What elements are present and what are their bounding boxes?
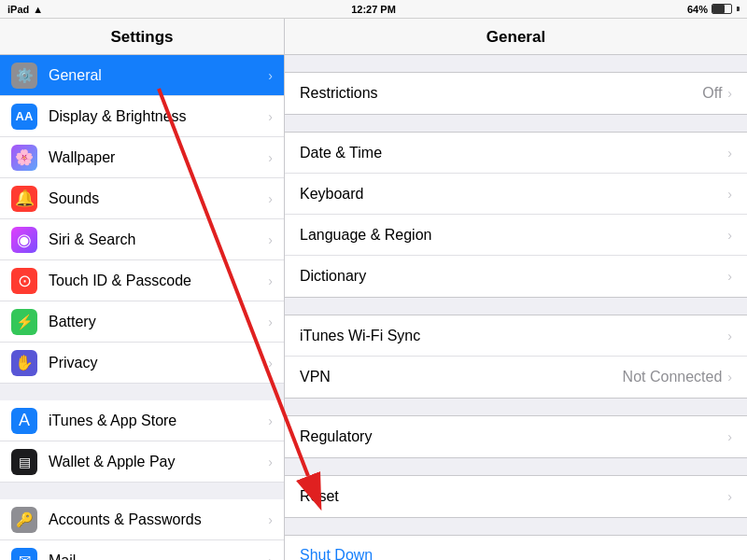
vpn-value: Not Connected	[623, 369, 723, 385]
mail-label: Mail	[49, 553, 268, 561]
row-datetime[interactable]: Date & Time ›	[285, 133, 747, 174]
content-section-restrictions: Restrictions Off ›	[285, 72, 747, 115]
carrier-label: iPad	[7, 4, 29, 15]
wallet-label: Wallet & Apple Pay	[49, 454, 268, 470]
privacy-label: Privacy	[49, 355, 268, 371]
sidebar-item-sounds[interactable]: 🔔 Sounds ›	[0, 178, 284, 219]
sounds-label: Sounds	[49, 190, 268, 207]
itunes-wifi-label: iTunes Wi-Fi Sync	[300, 328, 727, 344]
itunes-icon: A	[11, 408, 37, 434]
touchid-chevron: ›	[268, 273, 273, 288]
content-section-reset: Reset ›	[285, 475, 747, 518]
sidebar-item-privacy[interactable]: ✋ Privacy ›	[0, 343, 284, 384]
sounds-icon: 🔔	[11, 186, 37, 212]
sidebar-gap-2	[0, 483, 284, 499]
sidebar: Settings ⚙️ General › AA Display & Brigh…	[0, 19, 285, 560]
dictionary-chevron: ›	[727, 269, 732, 284]
touchid-icon: ⊙	[11, 268, 37, 294]
siri-label: Siri & Search	[49, 231, 268, 248]
battery-chevron: ›	[268, 315, 273, 329]
status-left: iPad ▲	[7, 4, 43, 15]
reset-chevron: ›	[727, 489, 732, 504]
content-section-datekey: Date & Time › Keyboard › Language & Regi…	[285, 132, 747, 298]
general-chevron: ›	[268, 68, 273, 83]
siri-icon: ◉	[11, 227, 37, 253]
sidebar-item-wallpaper[interactable]: 🌸 Wallpaper ›	[0, 137, 284, 178]
sidebar-item-touchid[interactable]: ⊙ Touch ID & Passcode ›	[0, 260, 284, 301]
shutdown-row[interactable]: Shut Down	[285, 535, 747, 560]
sidebar-section-2: A iTunes & App Store › ▤ Wallet & Apple …	[0, 400, 284, 483]
mail-chevron: ›	[268, 553, 273, 561]
sidebar-item-mail[interactable]: ✉ Mail ›	[0, 540, 284, 560]
itunes-label: iTunes & App Store	[49, 413, 268, 429]
sidebar-header: Settings	[0, 19, 284, 55]
keyboard-label: Keyboard	[300, 186, 727, 203]
wifi-icon: ▲	[33, 4, 43, 15]
row-vpn[interactable]: VPN Not Connected ›	[285, 357, 747, 398]
row-restrictions[interactable]: Restrictions Off ›	[285, 73, 747, 114]
regulatory-chevron: ›	[727, 429, 732, 444]
siri-chevron: ›	[268, 232, 273, 247]
shutdown-label: Shut Down	[300, 547, 373, 560]
mail-icon: ✉	[11, 548, 37, 561]
display-label: Display & Brightness	[49, 108, 268, 125]
status-time: 12:27 PM	[351, 4, 396, 15]
vpn-label: VPN	[300, 369, 623, 385]
touchid-label: Touch ID & Passcode	[49, 273, 268, 289]
datetime-label: Date & Time	[300, 145, 727, 161]
sidebar-item-itunes[interactable]: A iTunes & App Store ›	[0, 400, 284, 441]
sidebar-item-accounts[interactable]: 🔑 Accounts & Passwords ›	[0, 499, 284, 540]
privacy-chevron: ›	[268, 356, 273, 371]
accounts-chevron: ›	[268, 512, 273, 527]
battery-label: Battery	[49, 314, 268, 330]
wallpaper-label: Wallpaper	[49, 149, 268, 166]
itunes-chevron: ›	[268, 413, 273, 428]
regulatory-label: Regulatory	[300, 428, 727, 445]
privacy-icon: ✋	[11, 350, 37, 376]
row-keyboard[interactable]: Keyboard ›	[285, 174, 747, 215]
wallet-icon: ▤	[11, 449, 37, 475]
sidebar-item-battery[interactable]: ⚡ Battery ›	[0, 301, 284, 343]
content-header: General	[285, 19, 747, 55]
row-language[interactable]: Language & Region ›	[285, 215, 747, 256]
restrictions-value: Off	[702, 85, 722, 102]
content-area: General Restrictions Off › Date & Time ›…	[285, 19, 747, 560]
row-dictionary[interactable]: Dictionary ›	[285, 256, 747, 297]
language-chevron: ›	[727, 228, 732, 243]
display-chevron: ›	[268, 109, 273, 124]
sidebar-item-wallet[interactable]: ▤ Wallet & Apple Pay ›	[0, 441, 284, 483]
sidebar-item-display[interactable]: AA Display & Brightness ›	[0, 96, 284, 137]
reset-label: Reset	[300, 488, 727, 505]
accounts-icon: 🔑	[11, 507, 37, 533]
row-itunes-wifi[interactable]: iTunes Wi-Fi Sync ›	[285, 315, 747, 357]
dictionary-label: Dictionary	[300, 268, 727, 285]
wallpaper-chevron: ›	[268, 150, 273, 165]
general-icon: ⚙️	[11, 63, 37, 89]
content-section-regulatory: Regulatory ›	[285, 415, 747, 458]
itunes-wifi-chevron: ›	[727, 329, 732, 343]
language-label: Language & Region	[300, 227, 727, 244]
sidebar-item-siri[interactable]: ◉ Siri & Search ›	[0, 219, 284, 260]
status-right: 64%	[687, 4, 740, 15]
wallpaper-icon: 🌸	[11, 145, 37, 171]
battery-sidebar-icon: ⚡	[11, 309, 37, 335]
row-reset[interactable]: Reset ›	[285, 476, 747, 517]
display-icon: AA	[11, 104, 37, 130]
wallet-chevron: ›	[268, 455, 273, 469]
sidebar-section-3: 🔑 Accounts & Passwords › ✉ Mail ›	[0, 499, 284, 560]
battery-percent: 64%	[687, 4, 708, 15]
battery-tip	[737, 7, 740, 11]
row-regulatory[interactable]: Regulatory ›	[285, 416, 747, 457]
main-container: Settings ⚙️ General › AA Display & Brigh…	[0, 19, 747, 560]
sounds-chevron: ›	[268, 191, 273, 206]
content-section-itunes-vpn: iTunes Wi-Fi Sync › VPN Not Connected ›	[285, 315, 747, 399]
sidebar-gap-1	[0, 384, 284, 400]
restrictions-chevron: ›	[727, 86, 732, 101]
status-bar: iPad ▲ 12:27 PM 64%	[0, 0, 747, 19]
sidebar-item-general[interactable]: ⚙️ General ›	[0, 55, 284, 96]
general-label: General	[49, 67, 268, 84]
keyboard-chevron: ›	[727, 187, 732, 202]
restrictions-label: Restrictions	[300, 85, 702, 102]
accounts-label: Accounts & Passwords	[49, 511, 268, 528]
sidebar-section-1: ⚙️ General › AA Display & Brightness › 🌸…	[0, 55, 284, 384]
